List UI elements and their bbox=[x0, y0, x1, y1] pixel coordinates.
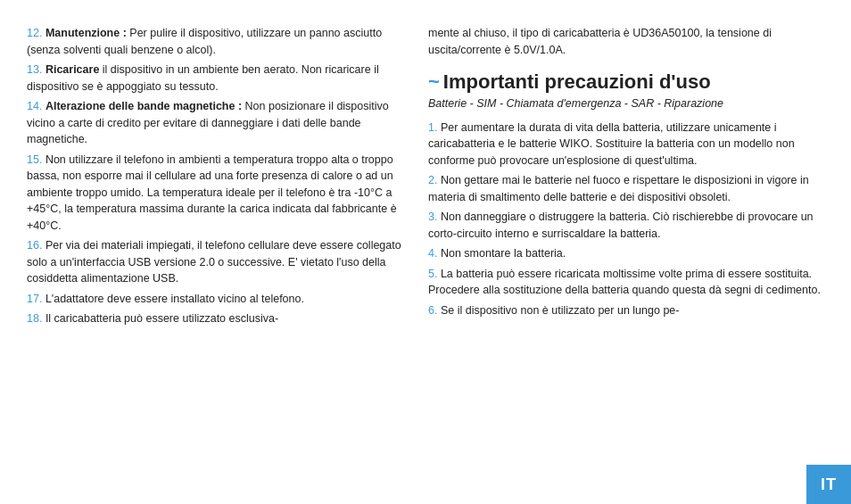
item-number-14: 14. bbox=[27, 100, 42, 112]
left-item-13: 13. Ricaricare il dispositivo in un ambi… bbox=[27, 62, 401, 95]
section-heading-container: ~ Importanti precauzioni d'uso Batterie … bbox=[428, 63, 824, 112]
right-item-3: 3. Non danneggiare o distruggere la batt… bbox=[428, 209, 824, 242]
item-number-r1: 1. bbox=[428, 121, 437, 134]
item-text-16: Per via dei materiali impiegati, il tele… bbox=[27, 239, 401, 285]
right-top-text: mente al chiuso, il tipo di caricabatter… bbox=[428, 25, 824, 58]
item-text-r4: Non smontare la batteria. bbox=[441, 247, 566, 260]
section-title-line: ~ Importanti precauzioni d'uso bbox=[428, 63, 824, 96]
item-number-r2: 2. bbox=[428, 174, 437, 186]
item-number-r4: 4. bbox=[428, 247, 437, 260]
item-text-r2: Non gettare mai le batterie nel fuoco e … bbox=[428, 174, 809, 203]
right-column: mente al chiuso, il tipo di caricabatter… bbox=[428, 25, 824, 486]
item-text-18: Il caricabatteria può essere utilizzato … bbox=[45, 312, 278, 325]
page-container: 12. Manutenzione : Per pulire il disposi… bbox=[0, 0, 851, 504]
item-bold-13: Ricaricare bbox=[45, 63, 99, 76]
item-text-r6: Se il dispositivo non è utilizzato per u… bbox=[441, 304, 680, 317]
item-number-12: 12. bbox=[27, 27, 42, 39]
left-item-16: 16. Per via dei materiali impiegati, il … bbox=[27, 237, 401, 287]
it-badge: IT bbox=[806, 465, 851, 504]
tilde-symbol: ~ bbox=[428, 67, 440, 96]
item-text-r5: La batteria può essere ricaricata moltis… bbox=[428, 268, 821, 297]
item-number-13: 13. bbox=[27, 63, 42, 76]
right-item-1: 1. Per aumentare la durata di vita della… bbox=[428, 120, 824, 169]
right-item-6: 6. Se il dispositivo non è utilizzato pe… bbox=[428, 302, 824, 319]
left-item-14: 14. Alterazione delle bande magnetiche :… bbox=[27, 98, 401, 148]
item-text-15: Non utilizzare il telefono in ambienti a… bbox=[27, 153, 397, 232]
left-item-17: 17. L'adattatore deve essere installato … bbox=[27, 291, 401, 308]
right-item-2: 2. Non gettare mai le batterie nel fuoco… bbox=[428, 172, 824, 205]
item-number-r6: 6. bbox=[428, 304, 437, 317]
item-number-r5: 5. bbox=[428, 268, 437, 280]
right-item-5: 5. La batteria può essere ricaricata mol… bbox=[428, 266, 824, 299]
item-bold-12: Manutenzione : bbox=[45, 27, 127, 39]
item-text-17: L'adattatore deve essere installato vici… bbox=[45, 293, 304, 305]
left-item-15: 15. Non utilizzare il telefono in ambien… bbox=[27, 152, 401, 235]
left-column: 12. Manutenzione : Per pulire il disposi… bbox=[27, 25, 401, 486]
left-item-18: 18. Il caricabatteria può essere utilizz… bbox=[27, 310, 401, 327]
item-bold-14: Alterazione delle bande magnetiche : bbox=[45, 100, 242, 112]
left-item-12: 12. Manutenzione : Per pulire il disposi… bbox=[27, 25, 401, 58]
item-text-r3: Non danneggiare o distruggere la batteri… bbox=[428, 211, 814, 240]
item-number-r3: 3. bbox=[428, 211, 437, 223]
it-badge-label: IT bbox=[821, 475, 837, 494]
item-text-r1: Per aumentare la durata di vita della ba… bbox=[428, 121, 795, 167]
item-number-16: 16. bbox=[27, 239, 42, 252]
section-subheading: Batterie - SIM - Chiamata d'emergenza - … bbox=[428, 96, 824, 112]
right-item-4: 4. Non smontare la batteria. bbox=[428, 245, 824, 262]
item-number-18: 18. bbox=[27, 312, 42, 325]
section-heading: Importanti precauzioni d'uso bbox=[443, 70, 711, 94]
item-number-17: 17. bbox=[27, 293, 42, 305]
item-number-15: 15. bbox=[27, 153, 42, 166]
